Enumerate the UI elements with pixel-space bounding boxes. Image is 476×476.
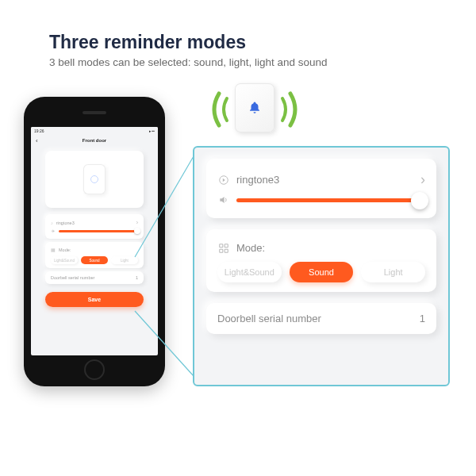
svg-rect-4 bbox=[225, 244, 228, 247]
screen-title: Front door bbox=[83, 138, 106, 143]
ringtone-card: ringtone3 › bbox=[206, 159, 436, 218]
mode-card-mini: ▦ Mode: Light&Sound Sound Light bbox=[45, 242, 144, 268]
volume-row[interactable] bbox=[217, 191, 425, 209]
speaker-icon bbox=[217, 194, 230, 205]
mode-lightsound-button[interactable]: Light&Sound bbox=[217, 262, 282, 282]
svg-rect-3 bbox=[220, 244, 223, 247]
ringtone-row[interactable]: ringtone3 › bbox=[217, 168, 425, 191]
ringtone-card-mini: ♪ ringtone3 › 🕩 bbox=[45, 214, 144, 239]
chevron-right-icon: › bbox=[136, 220, 138, 225]
phone-screen: 19:26 ▸▪▪ ‹ Front door ♪ ringtone3 › 🕩 ▦… bbox=[31, 127, 158, 355]
zoom-panel: ringtone3 › Mode: Light&Sound Sound Ligh… bbox=[193, 146, 450, 386]
serial-card-mini: Doorbell serial number 1 bbox=[45, 271, 144, 284]
mode-light-mini[interactable]: Light bbox=[111, 256, 138, 264]
grid-icon: ▦ bbox=[51, 248, 56, 252]
speaker-icon: 🕩 bbox=[51, 228, 56, 233]
svg-rect-6 bbox=[225, 249, 228, 252]
phone-mockup: 19:26 ▸▪▪ ‹ Front door ♪ ringtone3 › 🕩 ▦… bbox=[24, 97, 165, 386]
serial-label-mini: Doorbell serial number bbox=[51, 275, 94, 280]
slider-knob[interactable] bbox=[411, 192, 428, 209]
back-button[interactable]: ‹ bbox=[36, 137, 38, 144]
ringtone-label: ringtone3 bbox=[236, 174, 414, 186]
save-button[interactable]: Save bbox=[45, 292, 144, 307]
doorbell-graphic bbox=[83, 164, 106, 194]
serial-label: Doorbell serial number bbox=[217, 313, 321, 324]
mode-light-button[interactable]: Light bbox=[361, 262, 425, 282]
phone-speaker bbox=[83, 111, 106, 114]
volume-slider[interactable] bbox=[236, 198, 422, 202]
status-bar: 19:26 ▸▪▪ bbox=[31, 127, 158, 135]
ringtone-label-mini: ringtone3 bbox=[56, 221, 133, 225]
status-time: 19:26 bbox=[34, 129, 44, 133]
serial-value: 1 bbox=[420, 313, 425, 324]
ringtone-row-mini[interactable]: ♪ ringtone3 › bbox=[51, 218, 138, 227]
mode-card: Mode: Light&Sound Sound Light bbox=[206, 229, 436, 292]
app-header: ‹ Front door bbox=[31, 135, 158, 146]
home-button[interactable] bbox=[84, 359, 105, 380]
mode-label: Mode: bbox=[236, 242, 425, 254]
bell-icon bbox=[248, 101, 262, 115]
page-title: Three reminder modes bbox=[49, 32, 476, 53]
mode-pills-mini: Light&Sound Sound Light bbox=[51, 256, 138, 264]
chevron-right-icon: › bbox=[420, 171, 425, 188]
serial-value-mini: 1 bbox=[136, 275, 138, 280]
serial-card[interactable]: Doorbell serial number 1 bbox=[206, 303, 436, 334]
page-subtitle: 3 bell modes can be selected: sound, lig… bbox=[49, 56, 476, 68]
mode-lightsound-mini[interactable]: Light&Sound bbox=[51, 256, 78, 264]
mode-sound-button[interactable]: Sound bbox=[290, 262, 354, 282]
music-note-icon bbox=[217, 175, 230, 186]
volume-slider-mini[interactable] bbox=[59, 230, 138, 232]
status-icons: ▸▪▪ bbox=[149, 129, 155, 133]
svg-rect-5 bbox=[220, 249, 223, 252]
volume-row-mini[interactable]: 🕩 bbox=[51, 227, 138, 235]
mode-pills: Light&Sound Sound Light bbox=[217, 262, 425, 282]
mode-sound-mini[interactable]: Sound bbox=[81, 256, 108, 264]
chime-receiver bbox=[235, 83, 274, 132]
device-hero-card bbox=[45, 151, 144, 208]
music-note-icon: ♪ bbox=[51, 221, 53, 225]
grid-icon bbox=[217, 243, 230, 254]
mode-label-mini: Mode: bbox=[59, 248, 138, 252]
